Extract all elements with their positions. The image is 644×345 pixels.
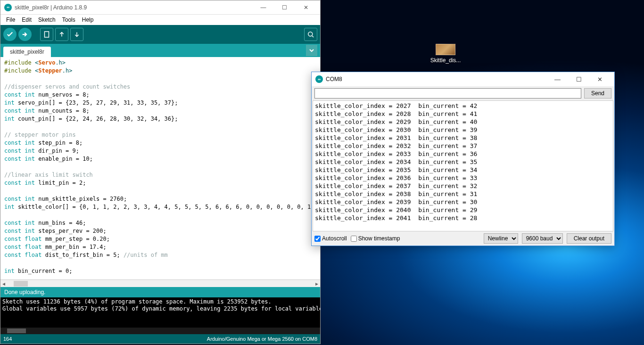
upload-button[interactable]	[18, 28, 32, 41]
board-port-label: Arduino/Genuino Mega or Mega 2560 on COM…	[207, 336, 317, 342]
file-icon	[436, 44, 455, 55]
close-button[interactable]: ✕	[295, 1, 316, 14]
ide-status-bar: Done uploading.	[0, 287, 320, 297]
serial-input[interactable]	[314, 88, 581, 99]
menu-help[interactable]: Help	[79, 16, 97, 24]
menu-tools[interactable]: Tools	[59, 16, 78, 24]
editor-hscrollbar[interactable]: ◂▸	[0, 279, 320, 287]
save-button[interactable]	[70, 28, 83, 41]
ide-menubar: File Edit Sketch Tools Help	[0, 15, 320, 25]
minimize-button[interactable]: —	[253, 1, 274, 14]
serial-monitor-window: ∞ COM8 — ☐ ✕ Send skittle_color_index = …	[311, 72, 615, 246]
close-button[interactable]: ✕	[589, 73, 611, 86]
console-hscrollbar[interactable]	[0, 328, 320, 334]
serial-monitor-button[interactable]	[304, 28, 317, 41]
arduino-logo-icon: ∞	[4, 4, 12, 11]
line-number: 164	[3, 336, 12, 342]
clear-output-button[interactable]: Clear output	[567, 233, 611, 244]
menu-file[interactable]: File	[3, 16, 18, 24]
verify-button[interactable]	[3, 28, 17, 41]
new-button[interactable]	[40, 28, 53, 41]
serial-title: COM8	[326, 76, 342, 82]
autoscroll-input[interactable]	[314, 236, 321, 242]
serial-input-row: Send	[312, 86, 614, 100]
arduino-logo-icon: ∞	[315, 75, 323, 83]
send-button[interactable]: Send	[584, 88, 611, 99]
maximize-button[interactable]: ☐	[274, 1, 295, 14]
desktop-icon[interactable]: Skittle_dis...	[428, 44, 463, 64]
ide-tabs: skittle_pixel8r	[0, 44, 320, 57]
desktop-icon-label: Skittle_dis...	[430, 57, 461, 64]
menu-edit[interactable]: Edit	[19, 16, 34, 24]
line-ending-select[interactable]: Newline	[484, 233, 518, 244]
timestamp-input[interactable]	[351, 236, 357, 242]
ide-titlebar[interactable]: ∞ skittle_pixel8r | Arduino 1.8.9 — ☐ ✕	[0, 0, 320, 15]
ide-console[interactable]: Sketch uses 11236 bytes (4%) of program …	[0, 297, 320, 328]
autoscroll-checkbox[interactable]: Autoscroll	[314, 235, 347, 242]
baud-select[interactable]: 9600 baud	[522, 233, 563, 244]
serial-footer: Autoscroll Show timestamp Newline 9600 b…	[312, 231, 614, 246]
serial-titlebar[interactable]: ∞ COM8 — ☐ ✕	[312, 72, 614, 86]
minimize-button[interactable]: —	[547, 73, 568, 86]
ide-window-title: skittle_pixel8r | Arduino 1.8.9	[15, 4, 87, 11]
ide-tab[interactable]: skittle_pixel8r	[3, 47, 51, 57]
maximize-button[interactable]: ☐	[568, 73, 589, 86]
open-button[interactable]	[55, 28, 68, 41]
code-editor[interactable]: #include <Servo.h> #include <Stepper.h> …	[0, 57, 320, 279]
serial-output[interactable]: skittle_color_index = 2027 bin_current =…	[313, 100, 613, 231]
tab-menu-button[interactable]	[306, 45, 317, 56]
status-text: Done uploading.	[4, 289, 45, 296]
ide-toolbar	[0, 25, 320, 44]
ide-footer: 164 Arduino/Genuino Mega or Mega 2560 on…	[0, 334, 320, 344]
arduino-ide-window: ∞ skittle_pixel8r | Arduino 1.8.9 — ☐ ✕ …	[0, 0, 321, 344]
svg-point-1	[308, 32, 313, 36]
menu-sketch[interactable]: Sketch	[35, 16, 58, 24]
timestamp-checkbox[interactable]: Show timestamp	[351, 235, 400, 242]
svg-rect-0	[45, 32, 49, 37]
